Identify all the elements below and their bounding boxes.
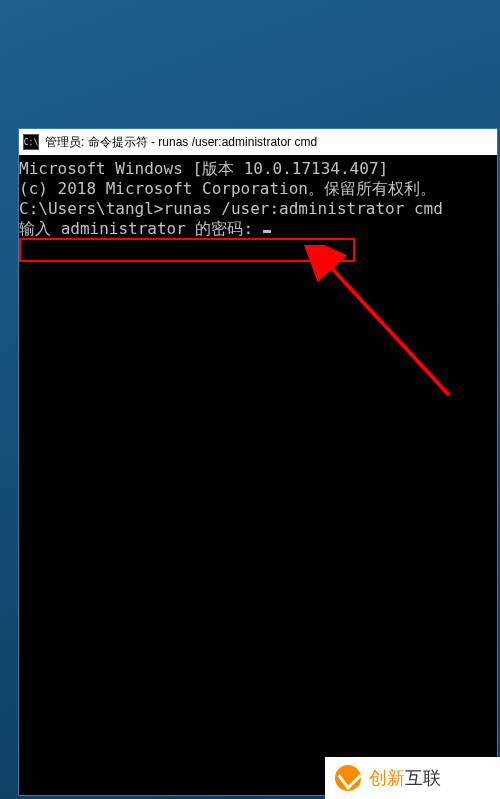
watermark-text: 创新互联 xyxy=(369,766,441,790)
console-line-prompt: 输入 administrator 的密码: xyxy=(19,219,497,239)
command-prompt-window: C:\ 管理员: 命令提示符 - runas /user:administrat… xyxy=(18,128,498,796)
console-line-command: C:\Users\tangl>runas /user:administrator… xyxy=(19,199,497,219)
cursor xyxy=(263,230,271,233)
titlebar[interactable]: C:\ 管理员: 命令提示符 - runas /user:administrat… xyxy=(19,129,497,155)
annotation-highlight-box xyxy=(19,238,355,262)
watermark: 创新互联 xyxy=(325,757,500,799)
svg-line-1 xyxy=(327,263,449,395)
cmd-icon: C:\ xyxy=(23,134,39,150)
window-title: 管理员: 命令提示符 - runas /user:administrator c… xyxy=(45,134,317,151)
console-line-copyright: (c) 2018 Microsoft Corporation。保留所有权利。 xyxy=(19,179,497,199)
console-area[interactable]: Microsoft Windows [版本 10.0.17134.407] (c… xyxy=(19,155,497,795)
watermark-logo-icon xyxy=(335,765,361,791)
annotation-arrow xyxy=(299,245,479,415)
console-line-version: Microsoft Windows [版本 10.0.17134.407] xyxy=(19,159,497,179)
